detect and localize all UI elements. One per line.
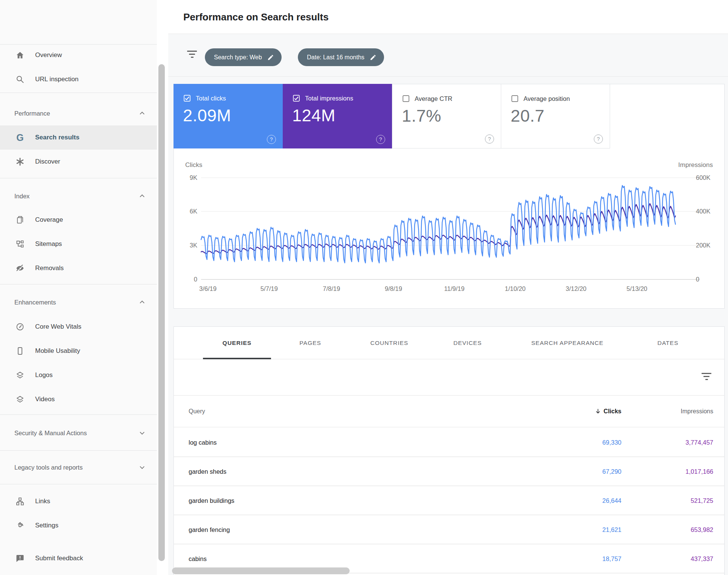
home-icon [15,50,25,60]
impressions-cell: 653,982 [691,526,713,533]
tab-pages[interactable]: PAGES [299,327,321,359]
tab-dates[interactable]: DATES [657,327,678,359]
table-toolbar [174,359,724,396]
sidebar-item-label: URL inspection [35,76,79,83]
divider [0,450,157,451]
search-type-chip[interactable]: Search type: Web [205,48,282,66]
date-range-chip[interactable]: Date: Last 16 months [298,48,384,66]
sidebar-item-links[interactable]: Links [0,489,157,513]
divider [0,484,157,484]
layers-icon [15,370,25,380]
tab-search-appearance[interactable]: SEARCH APPEARANCE [531,327,604,359]
divider [0,414,157,415]
tab-queries[interactable]: QUERIES [223,327,252,359]
table-header-row: Query Clicks Impressions [174,396,724,427]
query-cell: log cabins [189,439,217,446]
sort-arrow-down-icon [595,408,601,415]
column-header-impressions[interactable]: Impressions [681,408,713,415]
horizontal-scrollbar-thumb[interactable] [172,567,350,574]
sidebar-item-logos[interactable]: Logos [0,363,157,387]
divider [0,178,157,178]
table-row[interactable]: garden sheds 67,290 1,017,166 [174,457,724,486]
sidebar-item-coverage[interactable]: Coverage [0,208,157,232]
chevron-up-icon [138,298,146,306]
clicks-cell: 69,330 [603,439,621,446]
table-row[interactable]: garden fencing 21,621 653,982 [174,515,724,544]
query-cell: garden fencing [189,526,230,533]
section-performance[interactable]: Performance [0,103,157,124]
sidebar-item-url-inspection[interactable]: URL inspection [0,67,157,91]
dimension-tabs: QUERIES PAGES COUNTRIES DEVICES SEARCH A… [174,327,724,359]
links-tree-icon [15,496,25,506]
clicks-cell: 18,757 [603,555,621,562]
discover-star-icon [15,157,25,167]
impressions-cell: 3,774,457 [686,439,713,446]
performance-chart-panel: Total clicks 2.09M ? Total impressions 1… [173,84,725,309]
sidebar-item-discover[interactable]: Discover [0,150,157,174]
table-row[interactable]: garden buildings 26,644 521,725 [174,486,724,515]
impressions-cell: 1,017,166 [686,468,713,475]
sidebar: Overview URL inspection Performance G Se… [0,0,157,575]
main-content: Performance on Search results Search typ… [168,0,728,575]
sidebar-item-settings[interactable]: Settings [0,513,157,538]
clicks-cell: 21,621 [603,526,621,533]
search-console-app: Overview URL inspection Performance G Se… [0,0,728,575]
query-cell: garden sheds [189,468,226,475]
sidebar-item-videos[interactable]: Videos [0,387,157,411]
sidebar-scrollbar-track [157,0,168,575]
divider [0,284,157,284]
dimensions-table-panel: QUERIES PAGES COUNTRIES DEVICES SEARCH A… [173,326,725,575]
speedometer-icon [15,322,25,332]
sidebar-item-sitemaps[interactable]: Sitemaps [0,232,157,256]
search-icon [15,74,25,84]
sidebar-item-submit-feedback[interactable]: Submit feedback [0,546,157,570]
divider [0,93,157,93]
query-cell: cabins [189,555,207,562]
feedback-bubble-icon [15,553,25,563]
section-index[interactable]: Index [0,185,157,207]
phone-icon [15,346,25,356]
impressions-cell: 437,337 [691,555,713,562]
table-row[interactable]: log cabins 69,330 3,774,457 [174,428,724,457]
sidebar-item-mobile-usability[interactable]: Mobile Usability [0,339,157,363]
tab-countries[interactable]: COUNTRIES [370,327,408,359]
gear-icon [15,521,25,530]
section-legacy-tools[interactable]: Legacy tools and reports [0,457,157,478]
pencil-icon [267,54,274,61]
page-title: Performance on Search results [183,11,328,23]
section-enhancements[interactable]: Enhancements [0,292,157,313]
table-filter-icon[interactable] [702,373,711,380]
clicks-cell: 67,290 [603,468,621,475]
sidebar-item-label: Overview [35,51,62,59]
column-header-query[interactable]: Query [189,408,205,415]
layers-icon [15,394,25,404]
column-header-clicks[interactable]: Clicks [595,408,621,415]
filter-lines-icon[interactable] [187,51,197,58]
sidebar-item-search-results[interactable]: G Search results [0,125,157,150]
sidebar-item-removals[interactable]: Removals [0,256,157,280]
sitemaps-tree-icon [15,239,25,249]
tab-devices[interactable]: DEVICES [453,327,482,359]
section-security-manual-actions[interactable]: Security & Manual Actions [0,422,157,444]
clicks-impressions-line-chart [174,84,724,308]
clicks-cell: 26,644 [603,497,621,504]
google-g-icon: G [15,133,25,142]
sidebar-scrollbar-thumb[interactable] [158,64,165,561]
removals-eye-off-icon [15,263,25,273]
chevron-up-icon [138,109,146,117]
page-header: Performance on Search results [168,0,728,34]
chevron-down-icon [138,463,146,471]
coverage-pages-icon [15,215,25,225]
sidebar-item-overview[interactable]: Overview [0,43,157,67]
chevron-down-icon [138,429,146,437]
sidebar-item-core-web-vitals[interactable]: Core Web Vitals [0,315,157,339]
impressions-cell: 521,725 [691,497,713,504]
pencil-icon [370,54,376,61]
query-cell: garden buildings [189,497,234,504]
filter-bar: Search type: Web Date: Last 16 months [168,34,728,77]
chevron-up-icon [138,192,146,200]
